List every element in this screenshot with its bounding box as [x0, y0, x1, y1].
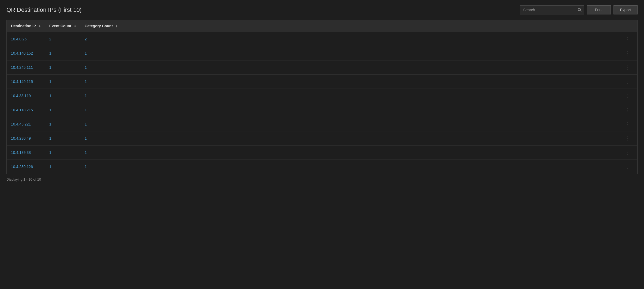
page-container: QR Destination IPs (First 10) Print Expo…: [0, 0, 644, 187]
event-count-link[interactable]: 1: [49, 79, 51, 84]
export-button[interactable]: Export: [613, 5, 638, 14]
sort-destination-ip-icon: ⬍: [39, 25, 41, 28]
category-count-link[interactable]: 1: [85, 122, 87, 126]
kebab-menu-button[interactable]: ⋮: [623, 121, 632, 128]
col-category-count[interactable]: Category Count ⬍: [80, 20, 122, 32]
kebab-menu-button[interactable]: ⋮: [623, 107, 632, 113]
col-event-count[interactable]: Event Count ⬍: [45, 20, 80, 32]
table-row: 10.4.239.12611⋮: [7, 160, 637, 174]
kebab-menu-button[interactable]: ⋮: [623, 78, 632, 85]
category-count-link[interactable]: 2: [85, 37, 87, 41]
cell-category-count: 1: [80, 160, 122, 174]
event-count-link[interactable]: 1: [49, 108, 51, 112]
event-count-link[interactable]: 2: [49, 37, 51, 41]
category-count-link[interactable]: 1: [85, 51, 87, 55]
col-spacer: [122, 20, 637, 32]
cell-category-count: 1: [80, 46, 122, 60]
kebab-menu-button[interactable]: ⋮: [623, 50, 632, 57]
search-button[interactable]: [578, 8, 582, 12]
cell-category-count: 1: [80, 75, 122, 89]
cell-actions: ⋮: [122, 117, 637, 131]
category-count-link[interactable]: 1: [85, 150, 87, 155]
cell-category-count: 1: [80, 117, 122, 131]
cell-actions: ⋮: [122, 60, 637, 75]
destination-ip-link[interactable]: 10.4.149.115: [11, 79, 33, 84]
kebab-menu-button[interactable]: ⋮: [623, 163, 632, 170]
cell-actions: ⋮: [122, 103, 637, 117]
sort-category-count-icon: ⬍: [115, 25, 118, 28]
header: QR Destination IPs (First 10) Print Expo…: [6, 5, 638, 14]
table-body: 10.4.0.2522⋮10.4.140.15211⋮10.4.245.1111…: [7, 32, 637, 174]
sort-event-count-icon: ⬍: [74, 25, 76, 28]
event-count-link[interactable]: 1: [49, 94, 51, 98]
kebab-menu-button[interactable]: ⋮: [623, 36, 632, 43]
footer: Displaying 1 - 10 of 10: [6, 177, 638, 181]
kebab-menu-button[interactable]: ⋮: [623, 64, 632, 71]
table-header: Destination IP ⬍ Event Count ⬍ Category …: [7, 20, 637, 32]
cell-event-count: 1: [45, 103, 80, 117]
event-count-link[interactable]: 1: [49, 65, 51, 70]
event-count-link[interactable]: 1: [49, 136, 51, 140]
display-count: Displaying 1 - 10 of 10: [6, 177, 41, 181]
cell-actions: ⋮: [122, 46, 637, 60]
header-right: Print Export: [520, 5, 638, 14]
table-row: 10.4.45.22111⋮: [7, 117, 637, 131]
destination-ip-link[interactable]: 10.4.239.126: [11, 165, 33, 169]
destination-ip-link[interactable]: 10.4.140.152: [11, 51, 33, 55]
cell-event-count: 1: [45, 131, 80, 146]
destination-ip-link[interactable]: 10.4.139.38: [11, 150, 31, 155]
search-icon: [578, 8, 582, 12]
print-button[interactable]: Print: [587, 5, 611, 14]
cell-actions: ⋮: [122, 160, 637, 174]
kebab-menu-button[interactable]: ⋮: [623, 135, 632, 142]
cell-actions: ⋮: [122, 146, 637, 160]
cell-actions: ⋮: [122, 32, 637, 46]
table-row: 10.4.139.3811⋮: [7, 146, 637, 160]
svg-point-0: [578, 8, 581, 11]
cell-category-count: 2: [80, 32, 122, 46]
cell-destination-ip: 10.4.149.115: [7, 75, 45, 89]
cell-event-count: 1: [45, 46, 80, 60]
table-row: 10.4.0.2522⋮: [7, 32, 637, 46]
event-count-link[interactable]: 1: [49, 51, 51, 55]
cell-actions: ⋮: [122, 75, 637, 89]
cell-category-count: 1: [80, 103, 122, 117]
destination-ip-link[interactable]: 10.4.230.49: [11, 136, 31, 140]
search-input[interactable]: [520, 5, 584, 14]
category-count-link[interactable]: 1: [85, 94, 87, 98]
cell-event-count: 1: [45, 117, 80, 131]
cell-category-count: 1: [80, 60, 122, 75]
cell-destination-ip: 10.4.139.38: [7, 146, 45, 160]
destination-ip-link[interactable]: 10.4.118.215: [11, 108, 33, 112]
cell-destination-ip: 10.4.33.119: [7, 89, 45, 103]
kebab-menu-button[interactable]: ⋮: [623, 92, 632, 99]
category-count-link[interactable]: 1: [85, 65, 87, 70]
cell-destination-ip: 10.4.245.111: [7, 60, 45, 75]
col-category-count-label: Category Count: [85, 24, 113, 28]
page-title: QR Destination IPs (First 10): [6, 6, 82, 13]
cell-actions: ⋮: [122, 89, 637, 103]
event-count-link[interactable]: 1: [49, 122, 51, 126]
category-count-link[interactable]: 1: [85, 165, 87, 169]
destination-ip-link[interactable]: 10.4.0.25: [11, 37, 26, 41]
category-count-link[interactable]: 1: [85, 108, 87, 112]
category-count-link[interactable]: 1: [85, 136, 87, 140]
cell-destination-ip: 10.4.140.152: [7, 46, 45, 60]
table-row: 10.4.245.11111⋮: [7, 60, 637, 75]
table-container: Destination IP ⬍ Event Count ⬍ Category …: [6, 20, 638, 174]
cell-event-count: 1: [45, 146, 80, 160]
event-count-link[interactable]: 1: [49, 165, 51, 169]
destination-ip-link[interactable]: 10.4.45.221: [11, 122, 31, 126]
cell-category-count: 1: [80, 131, 122, 146]
cell-category-count: 1: [80, 89, 122, 103]
destination-ip-link[interactable]: 10.4.245.111: [11, 65, 33, 70]
destination-ip-link[interactable]: 10.4.33.119: [11, 94, 31, 98]
kebab-menu-button[interactable]: ⋮: [623, 149, 632, 156]
svg-line-1: [580, 11, 581, 12]
col-destination-ip[interactable]: Destination IP ⬍: [7, 20, 45, 32]
category-count-link[interactable]: 1: [85, 79, 87, 84]
col-destination-ip-label: Destination IP: [11, 24, 36, 28]
table-row: 10.4.140.15211⋮: [7, 46, 637, 60]
event-count-link[interactable]: 1: [49, 150, 51, 155]
cell-destination-ip: 10.4.230.49: [7, 131, 45, 146]
